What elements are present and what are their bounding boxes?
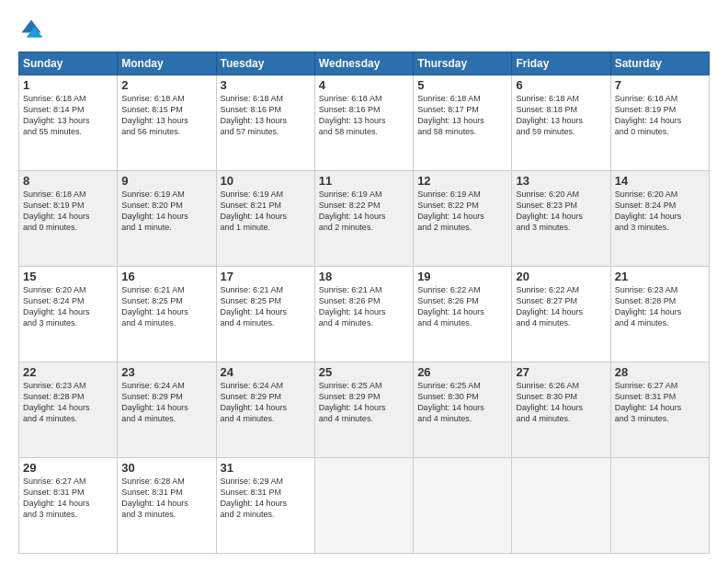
calendar-day-cell: 26Sunrise: 6:25 AM Sunset: 8:30 PM Dayli… [414, 362, 512, 458]
calendar-day-cell: 12Sunrise: 6:19 AM Sunset: 8:22 PM Dayli… [414, 171, 512, 267]
day-info: Sunrise: 6:29 AM Sunset: 8:31 PM Dayligh… [221, 476, 311, 521]
day-info: Sunrise: 6:18 AM Sunset: 8:19 PM Dayligh… [23, 189, 113, 234]
day-info: Sunrise: 6:20 AM Sunset: 8:23 PM Dayligh… [516, 189, 606, 234]
day-header-sunday: Sunday [19, 52, 118, 75]
calendar-week-row: 1Sunrise: 6:18 AM Sunset: 8:14 PM Daylig… [19, 75, 710, 171]
calendar-day-cell: 5Sunrise: 6:18 AM Sunset: 8:17 PM Daylig… [414, 75, 512, 171]
day-number: 22 [23, 365, 113, 379]
calendar-header-row: SundayMondayTuesdayWednesdayThursdayFrid… [19, 52, 710, 75]
page: SundayMondayTuesdayWednesdayThursdayFrid… [0, 0, 728, 563]
day-number: 24 [221, 365, 311, 379]
day-number: 12 [417, 174, 507, 188]
calendar-week-row: 8Sunrise: 6:18 AM Sunset: 8:19 PM Daylig… [19, 171, 710, 267]
day-header-wednesday: Wednesday [314, 52, 413, 75]
day-number: 14 [615, 174, 705, 188]
calendar-day-cell: 6Sunrise: 6:18 AM Sunset: 8:18 PM Daylig… [512, 75, 610, 171]
day-info: Sunrise: 6:20 AM Sunset: 8:24 PM Dayligh… [615, 189, 705, 234]
day-info: Sunrise: 6:23 AM Sunset: 8:28 PM Dayligh… [23, 380, 113, 425]
calendar-day-cell: 10Sunrise: 6:19 AM Sunset: 8:21 PM Dayli… [216, 171, 314, 267]
calendar-day-cell: 3Sunrise: 6:18 AM Sunset: 8:16 PM Daylig… [216, 75, 314, 171]
day-info: Sunrise: 6:22 AM Sunset: 8:26 PM Dayligh… [417, 284, 507, 329]
day-info: Sunrise: 6:19 AM Sunset: 8:21 PM Dayligh… [221, 189, 311, 234]
calendar-day-cell: 28Sunrise: 6:27 AM Sunset: 8:31 PM Dayli… [610, 362, 709, 458]
day-number: 20 [516, 270, 606, 283]
calendar-week-row: 22Sunrise: 6:23 AM Sunset: 8:28 PM Dayli… [19, 362, 710, 458]
calendar-day-cell: 14Sunrise: 6:20 AM Sunset: 8:24 PM Dayli… [610, 171, 709, 267]
day-number: 21 [615, 270, 705, 283]
day-number: 23 [121, 365, 211, 379]
calendar-day-cell: 1Sunrise: 6:18 AM Sunset: 8:14 PM Daylig… [19, 75, 118, 171]
day-info: Sunrise: 6:18 AM Sunset: 8:17 PM Dayligh… [417, 93, 507, 138]
day-info: Sunrise: 6:26 AM Sunset: 8:30 PM Dayligh… [516, 380, 606, 425]
day-info: Sunrise: 6:21 AM Sunset: 8:26 PM Dayligh… [319, 284, 409, 329]
calendar-day-cell: 15Sunrise: 6:20 AM Sunset: 8:24 PM Dayli… [19, 267, 118, 362]
calendar-day-cell: 17Sunrise: 6:21 AM Sunset: 8:25 PM Dayli… [216, 267, 314, 362]
day-header-monday: Monday [118, 52, 216, 75]
day-number: 16 [121, 270, 211, 283]
day-number: 29 [23, 461, 113, 475]
day-info: Sunrise: 6:18 AM Sunset: 8:14 PM Dayligh… [23, 93, 113, 138]
day-info: Sunrise: 6:28 AM Sunset: 8:31 PM Dayligh… [121, 476, 211, 521]
day-number: 10 [221, 174, 311, 188]
day-header-friday: Friday [512, 52, 610, 75]
day-number: 15 [23, 270, 113, 283]
day-number: 28 [615, 365, 705, 379]
day-info: Sunrise: 6:18 AM Sunset: 8:18 PM Dayligh… [516, 93, 606, 138]
calendar-day-cell [414, 458, 512, 554]
calendar-day-cell: 22Sunrise: 6:23 AM Sunset: 8:28 PM Dayli… [19, 362, 118, 458]
day-number: 30 [121, 461, 211, 475]
day-info: Sunrise: 6:19 AM Sunset: 8:22 PM Dayligh… [417, 189, 507, 234]
calendar-day-cell: 19Sunrise: 6:22 AM Sunset: 8:26 PM Dayli… [414, 267, 512, 362]
day-info: Sunrise: 6:25 AM Sunset: 8:29 PM Dayligh… [319, 380, 409, 425]
calendar-day-cell: 25Sunrise: 6:25 AM Sunset: 8:29 PM Dayli… [314, 362, 413, 458]
day-info: Sunrise: 6:24 AM Sunset: 8:29 PM Dayligh… [221, 380, 311, 425]
day-number: 25 [319, 365, 409, 379]
calendar-day-cell: 9Sunrise: 6:19 AM Sunset: 8:20 PM Daylig… [118, 171, 216, 267]
day-info: Sunrise: 6:20 AM Sunset: 8:24 PM Dayligh… [23, 284, 113, 329]
day-info: Sunrise: 6:21 AM Sunset: 8:25 PM Dayligh… [221, 284, 311, 329]
calendar-day-cell: 2Sunrise: 6:18 AM Sunset: 8:15 PM Daylig… [118, 75, 216, 171]
calendar-day-cell: 16Sunrise: 6:21 AM Sunset: 8:25 PM Dayli… [118, 267, 216, 362]
calendar-week-row: 15Sunrise: 6:20 AM Sunset: 8:24 PM Dayli… [19, 267, 710, 362]
day-number: 1 [23, 78, 113, 92]
calendar-day-cell [314, 458, 413, 554]
day-header-saturday: Saturday [610, 52, 709, 75]
day-number: 5 [417, 78, 507, 92]
calendar-day-cell: 23Sunrise: 6:24 AM Sunset: 8:29 PM Dayli… [118, 362, 216, 458]
calendar-day-cell [610, 458, 709, 554]
day-info: Sunrise: 6:24 AM Sunset: 8:29 PM Dayligh… [121, 380, 211, 425]
calendar-day-cell: 8Sunrise: 6:18 AM Sunset: 8:19 PM Daylig… [19, 171, 118, 267]
calendar-day-cell: 4Sunrise: 6:18 AM Sunset: 8:16 PM Daylig… [314, 75, 413, 171]
day-info: Sunrise: 6:27 AM Sunset: 8:31 PM Dayligh… [23, 476, 113, 521]
header [18, 17, 710, 42]
day-number: 18 [319, 270, 409, 283]
day-header-thursday: Thursday [414, 52, 512, 75]
calendar-day-cell: 30Sunrise: 6:28 AM Sunset: 8:31 PM Dayli… [118, 458, 216, 554]
day-info: Sunrise: 6:22 AM Sunset: 8:27 PM Dayligh… [516, 284, 606, 329]
logo [18, 17, 48, 42]
day-number: 7 [615, 78, 705, 92]
day-header-tuesday: Tuesday [216, 52, 314, 75]
day-number: 6 [516, 78, 606, 92]
day-info: Sunrise: 6:25 AM Sunset: 8:30 PM Dayligh… [417, 380, 507, 425]
day-number: 11 [319, 174, 409, 188]
calendar-day-cell: 29Sunrise: 6:27 AM Sunset: 8:31 PM Dayli… [19, 458, 118, 554]
day-number: 2 [121, 78, 211, 92]
day-info: Sunrise: 6:19 AM Sunset: 8:20 PM Dayligh… [121, 189, 211, 234]
day-info: Sunrise: 6:18 AM Sunset: 8:16 PM Dayligh… [221, 93, 311, 138]
calendar-day-cell: 7Sunrise: 6:18 AM Sunset: 8:19 PM Daylig… [610, 75, 709, 171]
calendar-day-cell: 31Sunrise: 6:29 AM Sunset: 8:31 PM Dayli… [216, 458, 314, 554]
calendar-day-cell: 27Sunrise: 6:26 AM Sunset: 8:30 PM Dayli… [512, 362, 610, 458]
calendar-day-cell: 21Sunrise: 6:23 AM Sunset: 8:28 PM Dayli… [610, 267, 709, 362]
calendar-day-cell [512, 458, 610, 554]
day-number: 19 [417, 270, 507, 283]
day-info: Sunrise: 6:19 AM Sunset: 8:22 PM Dayligh… [319, 189, 409, 234]
day-number: 9 [121, 174, 211, 188]
day-number: 26 [417, 365, 507, 379]
calendar-day-cell: 20Sunrise: 6:22 AM Sunset: 8:27 PM Dayli… [512, 267, 610, 362]
calendar-day-cell: 13Sunrise: 6:20 AM Sunset: 8:23 PM Dayli… [512, 171, 610, 267]
day-info: Sunrise: 6:21 AM Sunset: 8:25 PM Dayligh… [121, 284, 211, 329]
day-number: 27 [516, 365, 606, 379]
day-info: Sunrise: 6:18 AM Sunset: 8:16 PM Dayligh… [319, 93, 409, 138]
day-number: 4 [319, 78, 409, 92]
